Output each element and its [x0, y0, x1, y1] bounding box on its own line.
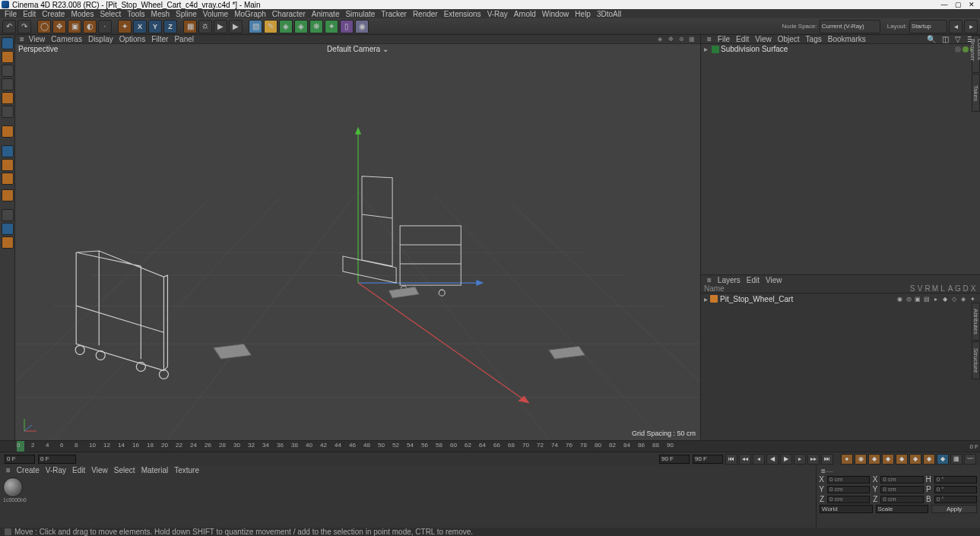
minimize-button[interactable]: — — [937, 0, 951, 9]
select-tool[interactable]: ◯ — [37, 20, 51, 33]
tab-takes[interactable]: Takes — [972, 74, 980, 112]
menu-edit[interactable]: Edit — [20, 10, 39, 18]
tab-attributes[interactable]: Attributes — [972, 303, 980, 341]
key-pos-button[interactable]: ◆ — [868, 454, 880, 465]
last-tool[interactable]: · — [98, 20, 112, 33]
vp-nav-layout-icon[interactable]: ▦ — [687, 36, 696, 43]
frame-start-field[interactable]: 0 F — [5, 455, 35, 464]
layer-color-icon[interactable] — [710, 295, 718, 303]
object-tree[interactable]: ▸ Subdivision Surface — [701, 44, 980, 274]
menu-create[interactable]: Create — [39, 10, 68, 18]
viewport-camera-label[interactable]: Default Camera ⌄ — [327, 45, 389, 53]
symmetry[interactable] — [2, 223, 14, 235]
axis-y[interactable]: Y — [148, 20, 162, 33]
play-back-button[interactable]: ◀ — [766, 454, 779, 465]
coord-mode-select[interactable]: World — [820, 505, 873, 513]
vp-menu-view[interactable]: View — [26, 35, 49, 43]
model-mode[interactable] — [2, 37, 14, 49]
autokey-button[interactable]: ◉ — [855, 454, 867, 465]
menu-spline[interactable]: Spline — [173, 10, 200, 18]
field[interactable]: ❋ — [309, 20, 323, 33]
om-tags[interactable]: Tags — [803, 35, 825, 43]
render-queue[interactable]: ▶ — [229, 20, 243, 33]
key-pla-button[interactable]: ◆ — [923, 454, 935, 465]
om-path-icon[interactable]: ◫ — [939, 35, 952, 43]
om-view[interactable]: View — [752, 35, 775, 43]
menu-render[interactable]: Render — [410, 10, 441, 18]
redo-button[interactable]: ↷ — [17, 20, 31, 33]
fcurve-button[interactable]: 〰 — [964, 454, 976, 465]
snap-settings[interactable] — [2, 173, 14, 185]
texture-mode[interactable] — [2, 51, 14, 63]
mm-select[interactable]: Select — [111, 466, 138, 474]
om-filter-icon[interactable]: ▽ — [952, 35, 964, 43]
key-param-button[interactable]: ◆ — [909, 454, 921, 465]
frame-current-field[interactable]: 0 F — [38, 455, 76, 464]
layer-def-icon[interactable]: ◈ — [959, 295, 967, 303]
pos-y-field[interactable]: 0 cm — [827, 486, 870, 493]
rotate-tool[interactable]: ◐ — [83, 20, 97, 33]
om-file[interactable]: File — [715, 35, 733, 43]
material-list[interactable]: 1c0000b0 — [0, 474, 816, 528]
mm-vray[interactable]: V-Ray — [43, 466, 69, 474]
om-edit[interactable]: Edit — [733, 35, 752, 43]
layer-gen-icon[interactable]: ◇ — [950, 295, 958, 303]
mm-view[interactable]: View — [88, 466, 111, 474]
size-z-field[interactable]: 0 cm — [880, 496, 923, 503]
layout-prev[interactable]: ◂ — [949, 20, 963, 33]
generator[interactable]: ◈ — [279, 20, 293, 33]
move-tool[interactable]: ✥ — [52, 20, 66, 33]
vp-menu-options[interactable]: Options — [116, 35, 148, 43]
tab-content-browser[interactable]: Content Browser — [972, 35, 980, 73]
viewport-solo[interactable] — [2, 145, 14, 157]
polygon-mode[interactable] — [2, 106, 14, 118]
workplane-mode[interactable] — [2, 65, 14, 77]
om-bookmarks[interactable]: Bookmarks — [825, 35, 869, 43]
undo-button[interactable]: ↶ — [2, 20, 16, 33]
next-frame-button[interactable]: ▸ — [794, 454, 806, 465]
menu-mesh[interactable]: Mesh — [148, 10, 173, 18]
vp-menu-filter[interactable]: Filter — [148, 35, 171, 43]
node-space-select[interactable]: Current (V-Ray) — [820, 20, 880, 33]
lm-view[interactable]: View — [763, 276, 785, 284]
object-row-root[interactable]: ▸ Subdivision Surface — [701, 44, 980, 54]
frame-end1-field[interactable]: 90 F — [659, 455, 690, 464]
axis-x[interactable]: X — [133, 20, 147, 33]
render-settings[interactable]: ⛭ — [198, 20, 212, 33]
timeline-ruler[interactable]: 0246810121416182022242628303234363840424… — [0, 441, 980, 452]
menu-volume[interactable]: Volume — [200, 10, 231, 18]
pos-z-field[interactable]: 0 cm — [827, 496, 870, 503]
layer-name[interactable]: Pit_Stop_Wheel_Cart — [720, 295, 895, 303]
vp-nav-orbit-icon[interactable]: ◈ — [655, 36, 664, 43]
quantize[interactable] — [2, 236, 14, 249]
coord-apply-button[interactable]: Apply — [931, 505, 977, 513]
layer-manager-icon[interactable]: ▤ — [923, 295, 931, 303]
picture-viewer[interactable]: ▶ — [214, 20, 227, 33]
layer-solo-icon[interactable]: ◉ — [896, 295, 903, 303]
size-y-field[interactable]: 0 cm — [880, 486, 923, 493]
tab-structure[interactable]: Structure — [972, 341, 980, 379]
viewport-3d[interactable]: Grid Spacing : 50 cm — [15, 53, 700, 440]
menu-3dtoall[interactable]: 3DtoAll — [594, 10, 624, 18]
maximize-button[interactable]: ▢ — [951, 0, 965, 9]
layer-dot[interactable] — [955, 46, 961, 52]
menu-vray[interactable]: V-Ray — [484, 10, 511, 18]
key-sel-button[interactable]: ◆ — [937, 454, 949, 465]
menu-simulate[interactable]: Simulate — [342, 10, 378, 18]
mm-texture[interactable]: Texture — [171, 466, 202, 474]
rot-h-field[interactable]: 0 ° — [934, 476, 977, 484]
goto-start-button[interactable]: ⏮ — [725, 454, 737, 465]
lm-layers[interactable]: Layers — [715, 276, 744, 284]
rot-p-field[interactable]: 0 ° — [934, 486, 977, 493]
om-object[interactable]: Object — [775, 35, 803, 43]
record-button[interactable]: ● — [841, 454, 853, 465]
material-thumb[interactable] — [3, 477, 23, 497]
vp-menu-panel[interactable]: Panel — [171, 35, 197, 43]
mm-create[interactable]: Create — [14, 466, 43, 474]
edge-mode[interactable] — [2, 92, 14, 104]
layer-anim-icon[interactable]: ◆ — [941, 295, 949, 303]
visible-editor-dot[interactable] — [963, 46, 969, 52]
menu-arnold[interactable]: Arnold — [511, 10, 539, 18]
vp-menu-display[interactable]: Display — [85, 35, 116, 43]
menu-help[interactable]: Help — [572, 10, 594, 18]
